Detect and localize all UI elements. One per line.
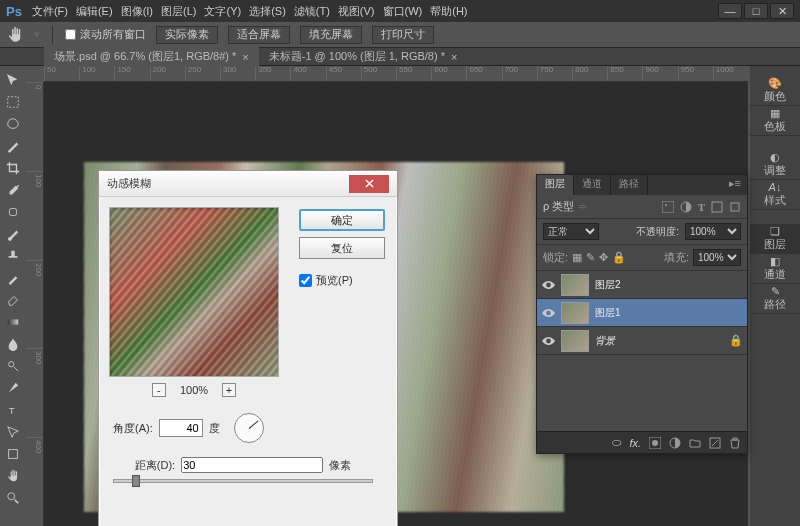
shape-tool[interactable] [2,444,24,464]
crop-tool[interactable] [2,158,24,178]
lock-label: 锁定: [543,250,568,265]
zoom-out-button[interactable]: - [152,383,166,397]
eraser-tool[interactable] [2,290,24,310]
dropdown-icon[interactable]: ▾ [34,28,40,41]
document-tab-2[interactable]: 未标题-1 @ 100% (图层 1, RGB/8) *× [259,47,468,66]
history-brush-tool[interactable] [2,268,24,288]
document-tab-1[interactable]: 场景.psd @ 66.7% (图层1, RGB/8#) *× [44,47,259,66]
filter-adjust-icon[interactable] [680,201,692,213]
tab-paths[interactable]: 路径 [611,175,648,195]
menu-layer[interactable]: 图层(L) [161,4,196,19]
layer-thumbnail[interactable] [561,302,589,324]
slider-thumb[interactable] [132,475,140,487]
maximize-button[interactable]: □ [744,3,768,19]
hand-tool[interactable] [2,466,24,486]
panel-paths[interactable]: ✎路径 [750,284,800,314]
menu-filter[interactable]: 滤镜(T) [294,4,330,19]
eyedropper-tool[interactable] [2,180,24,200]
type-tool[interactable]: T [2,400,24,420]
layer-item[interactable]: 图层1 [537,299,747,327]
filter-image-icon[interactable] [662,201,674,213]
lock-transparent-icon[interactable]: ▦ [572,251,582,264]
tab-layers[interactable]: 图层 [537,175,574,195]
panel-menu-icon[interactable]: ▸≡ [723,175,747,195]
blend-mode-select[interactable]: 正常 [543,223,599,240]
mask-icon[interactable] [649,437,661,449]
filter-smart-icon[interactable] [729,201,741,213]
panel-swatches[interactable]: ▦色板 [750,106,800,136]
wand-tool[interactable] [2,136,24,156]
lock-move-icon[interactable]: ✥ [599,251,608,264]
fill-screen-button[interactable]: 填充屏幕 [300,26,362,44]
menu-type[interactable]: 文字(Y) [204,4,241,19]
preview-thumbnail[interactable] [109,207,279,377]
zoom-tool[interactable] [2,488,24,508]
trash-icon[interactable] [729,437,741,449]
minimize-button[interactable]: — [718,3,742,19]
menu-help[interactable]: 帮助(H) [430,4,467,19]
menu-view[interactable]: 视图(V) [338,4,375,19]
move-tool[interactable] [2,70,24,90]
actual-pixels-button[interactable]: 实际像素 [156,26,218,44]
link-icon[interactable]: ⬭ [612,436,621,449]
layer-thumbnail[interactable] [561,274,589,296]
stamp-tool[interactable] [2,246,24,266]
panel-adjustments[interactable]: ◐调整 [750,150,800,180]
marquee-tool[interactable] [2,92,24,112]
angle-input[interactable] [159,419,203,437]
dialog-titlebar[interactable]: 动感模糊 [99,171,397,197]
fit-screen-button[interactable]: 适合屏幕 [228,26,290,44]
healing-tool[interactable] [2,202,24,222]
menu-select[interactable]: 选择(S) [249,4,286,19]
visibility-icon[interactable] [541,278,555,292]
layer-item[interactable]: 背景 🔒 [537,327,747,355]
lock-all-icon[interactable]: 🔒 [612,251,626,264]
titlebar: Ps 文件(F) 编辑(E) 图像(I) 图层(L) 文字(Y) 选择(S) 滤… [0,0,800,22]
ok-button[interactable]: 确定 [299,209,385,231]
filter-shape-icon[interactable] [711,201,723,213]
menu-image[interactable]: 图像(I) [121,4,153,19]
close-icon[interactable]: × [451,51,457,63]
close-icon[interactable]: × [242,51,248,63]
dialog-close-button[interactable] [349,175,389,193]
brush-tool[interactable] [2,224,24,244]
lock-paint-icon[interactable]: ✎ [586,251,595,264]
panel-styles[interactable]: A↓样式 [750,180,800,210]
panel-layers[interactable]: ❏图层 [750,224,800,254]
layer-item[interactable]: 图层2 [537,271,747,299]
adjustment-icon[interactable] [669,437,681,449]
visibility-icon[interactable] [541,334,555,348]
menu-file[interactable]: 文件(F) [32,4,68,19]
panel-color[interactable]: 🎨颜色 [750,76,800,106]
fill-select[interactable]: 100% [693,249,741,266]
close-button[interactable]: ✕ [770,3,794,19]
lasso-tool[interactable] [2,114,24,134]
distance-input[interactable] [181,457,323,473]
panel-channels[interactable]: ◧通道 [750,254,800,284]
zoom-in-button[interactable]: + [222,383,236,397]
blur-tool[interactable] [2,334,24,354]
preview-checkbox[interactable]: 预览(P) [299,273,385,288]
path-tool[interactable] [2,422,24,442]
visibility-icon[interactable] [541,306,555,320]
group-icon[interactable] [689,437,701,449]
gradient-tool[interactable] [2,312,24,332]
angle-wheel[interactable] [234,413,264,443]
fx-icon[interactable]: fx. [629,437,641,449]
layers-panel: 图层 通道 路径 ▸≡ ρ 类型 ≑ T 正常 不透明度: 100% 锁定: ▦ [536,174,748,454]
menu-window[interactable]: 窗口(W) [383,4,423,19]
dodge-tool[interactable] [2,356,24,376]
kind-dropdown[interactable]: ≑ [578,200,587,213]
distance-slider[interactable] [113,479,373,483]
opacity-select[interactable]: 100% [685,223,741,240]
print-size-button[interactable]: 打印尺寸 [372,26,434,44]
pen-tool[interactable] [2,378,24,398]
scroll-all-checkbox[interactable]: 滚动所有窗口 [65,27,146,42]
filter-type-icon[interactable]: T [698,201,705,213]
new-layer-icon[interactable] [709,437,721,449]
menu-edit[interactable]: 编辑(E) [76,4,113,19]
reset-button[interactable]: 复位 [299,237,385,259]
layer-thumbnail[interactable] [561,330,589,352]
svg-point-13 [652,440,658,446]
tab-channels[interactable]: 通道 [574,175,611,195]
